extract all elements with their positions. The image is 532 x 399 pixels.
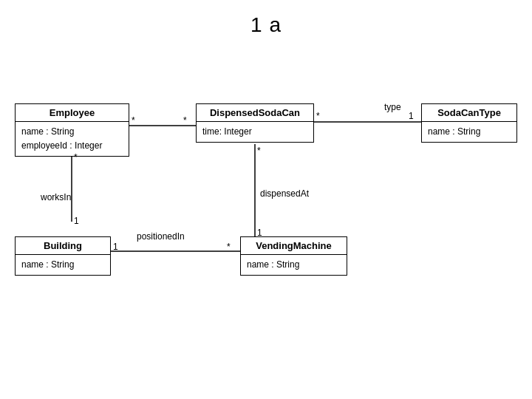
dispensed-time-field: time: Integer [202, 125, 307, 139]
one-sodacan-label: 1 [409, 111, 414, 121]
employee-body: name : String employeeId : Integer [16, 122, 129, 156]
dispensed-soda-can-header: DispensedSodaCan [197, 104, 313, 122]
one-vending-top-label: 1 [257, 228, 262, 238]
building-box: Building name : String [15, 236, 111, 276]
soda-can-type-box: SodaCanType name : String [421, 103, 517, 143]
page-title: 1 a [0, 0, 532, 37]
soda-can-type-body: name : String [422, 122, 516, 142]
vending-machine-header: VendingMachine [241, 237, 347, 255]
dispensed-soda-can-body: time: Integer [197, 122, 313, 142]
dispensed-soda-can-box: DispensedSodaCan time: Integer [196, 103, 314, 143]
star-employee-label: * [132, 115, 135, 126]
building-body: name : String [16, 255, 110, 275]
dispensed-at-label: dispensedAt [260, 188, 309, 199]
star-dispensed-right-label: * [316, 111, 320, 121]
vending-machine-name-field: name : String [247, 258, 341, 272]
one-building-right-label: 1 [113, 242, 118, 252]
one-building-label: 1 [74, 216, 79, 226]
building-name-field: name : String [21, 258, 104, 272]
star-dispensed-bottom-label: * [257, 146, 261, 156]
employee-header: Employee [16, 104, 129, 122]
employee-name-field: name : String [21, 125, 123, 139]
soda-can-type-header: SodaCanType [422, 104, 516, 122]
positioned-in-label: positionedIn [137, 231, 185, 242]
vending-machine-body: name : String [241, 255, 347, 275]
star-employee-bottom-label: * [74, 152, 78, 163]
works-in-label: worksIn [41, 192, 71, 202]
employee-box: Employee name : String employeeId : Inte… [15, 103, 129, 157]
employee-id-field: employeeId : Integer [21, 139, 123, 153]
soda-can-type-name-field: name : String [428, 125, 511, 139]
type-label: type [384, 102, 401, 112]
star-dispensed-left-label: * [183, 115, 187, 126]
vending-machine-box: VendingMachine name : String [240, 236, 347, 276]
building-header: Building [16, 237, 110, 255]
star-vending-left-label: * [227, 242, 231, 252]
